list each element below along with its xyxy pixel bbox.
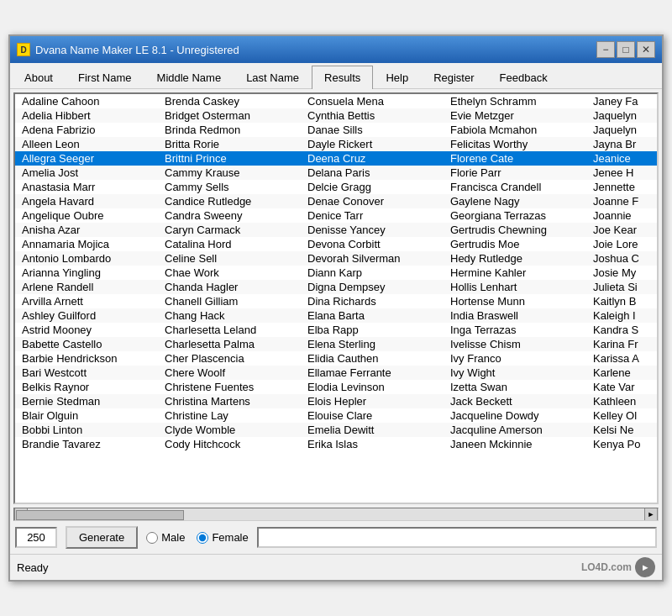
table-row[interactable]: Adaline CahoonBrenda CaskeyConsuela Mena…	[15, 94, 659, 108]
table-cell[interactable]: Elidia Cauthen	[301, 351, 444, 366]
table-cell[interactable]: Brandie Tavarez	[15, 437, 158, 451]
table-cell[interactable]: Josie My	[586, 266, 659, 280]
table-cell[interactable]: Adelia Hibbert	[15, 108, 158, 123]
table-cell[interactable]: Amelia Jost	[15, 166, 158, 180]
table-cell[interactable]: Kelley Ol	[586, 408, 659, 423]
table-cell[interactable]: Bernie Stedman	[15, 394, 158, 408]
table-cell[interactable]: Jenee H	[586, 166, 659, 180]
female-radio[interactable]	[197, 532, 208, 544]
table-cell[interactable]: Karissa A	[586, 351, 659, 366]
scroll-thumb[interactable]	[16, 510, 184, 520]
table-row[interactable]: Barbie HendricksonCher PlascenciaElidia …	[15, 351, 659, 366]
table-cell[interactable]: Delcie Gragg	[301, 180, 444, 194]
table-row[interactable]: Alleen LeonBritta RorieDayle RickertFeli…	[15, 137, 659, 151]
table-cell[interactable]: Kaitlyn B	[586, 294, 659, 308]
table-cell[interactable]: Arvilla Arnett	[15, 294, 158, 308]
table-cell[interactable]: Karlene	[586, 366, 659, 380]
table-row[interactable]: Anastasia MarrCammy SellsDelcie GraggFra…	[15, 180, 659, 194]
table-cell[interactable]: Christene Fuentes	[158, 380, 301, 394]
female-radio-label[interactable]: Female	[197, 531, 248, 544]
table-cell[interactable]: Ethelyn Schramm	[444, 94, 586, 108]
table-cell[interactable]: Annamaria Mojica	[15, 237, 158, 251]
menu-results[interactable]: Results	[312, 66, 373, 89]
table-cell[interactable]: Julieta Si	[586, 280, 659, 294]
table-row[interactable]: Allegra SeegerBrittni PrinceDeena CruzFl…	[15, 151, 659, 166]
scroll-right-button[interactable]: ►	[644, 508, 658, 521]
minimize-button[interactable]: −	[596, 41, 615, 58]
table-row[interactable]: Amelia JostCammy KrauseDelana ParisFlori…	[15, 166, 659, 180]
generate-button[interactable]: Generate	[66, 526, 138, 549]
table-cell[interactable]: Joie Lore	[586, 237, 659, 251]
table-cell[interactable]: Inga Terrazas	[444, 323, 586, 337]
table-cell[interactable]: Erika Islas	[301, 437, 444, 451]
table-cell[interactable]: Denae Conover	[301, 194, 444, 208]
table-row[interactable]: Antonio LombardoCeline SellDevorah Silve…	[15, 251, 659, 266]
table-cell[interactable]: Angelique Oubre	[15, 208, 158, 223]
table-cell[interactable]: Brinda Redmon	[158, 123, 301, 137]
filter-input[interactable]	[257, 527, 657, 548]
table-cell[interactable]: Astrid Mooney	[15, 323, 158, 337]
table-cell[interactable]: Jennette	[586, 180, 659, 194]
table-cell[interactable]: Cynthia Bettis	[301, 108, 444, 123]
table-cell[interactable]: Florie Parr	[444, 166, 586, 180]
table-cell[interactable]: Cher Plascencia	[158, 351, 301, 366]
table-cell[interactable]: Jaquelyn	[586, 123, 659, 137]
table-cell[interactable]: Denisse Yancey	[301, 223, 444, 237]
table-cell[interactable]: Elodia Levinson	[301, 380, 444, 394]
table-cell[interactable]: Janey Fa	[586, 94, 659, 108]
male-radio[interactable]	[146, 532, 158, 544]
table-cell[interactable]: Gaylene Nagy	[444, 194, 586, 208]
table-cell[interactable]: Ivy Wight	[444, 366, 586, 380]
horizontal-scrollbar[interactable]: ◄ ►	[13, 508, 659, 521]
close-button[interactable]: ✕	[637, 41, 655, 58]
table-cell[interactable]: Joannie	[586, 208, 659, 223]
table-cell[interactable]: Catalina Hord	[158, 237, 301, 251]
table-cell[interactable]: Allegra Seeger	[15, 151, 158, 166]
table-cell[interactable]: Chere Woolf	[158, 366, 301, 380]
table-cell[interactable]: Chae Work	[158, 266, 301, 280]
table-cell[interactable]: Babette Castello	[15, 337, 158, 351]
table-cell[interactable]: Hermine Kahler	[444, 266, 586, 280]
table-cell[interactable]: Christina Martens	[158, 394, 301, 408]
table-row[interactable]: Bobbi LintonClyde WombleEmelia DewittJac…	[15, 423, 659, 437]
table-cell[interactable]: Cody Hitchcock	[158, 437, 301, 451]
table-cell[interactable]: Diann Karp	[301, 266, 444, 280]
table-cell[interactable]: Kathleen	[586, 394, 659, 408]
menu-about[interactable]: About	[12, 66, 66, 89]
table-cell[interactable]: Arlene Randell	[15, 280, 158, 294]
table-cell[interactable]: Elena Sterling	[301, 337, 444, 351]
table-cell[interactable]: Gertrudis Chewning	[444, 223, 586, 237]
table-cell[interactable]: Dayle Rickert	[301, 137, 444, 151]
table-cell[interactable]: Hedy Rutledge	[444, 251, 586, 266]
table-row[interactable]: Bernie StedmanChristina MartensElois Hep…	[15, 394, 659, 408]
table-cell[interactable]: Joshua C	[586, 251, 659, 266]
table-cell[interactable]: Deena Cruz	[301, 151, 444, 166]
table-cell[interactable]: Alleen Leon	[15, 137, 158, 151]
menu-last-name[interactable]: Last Name	[234, 66, 312, 89]
table-cell[interactable]: Jeanice	[586, 151, 659, 166]
table-cell[interactable]: Ivy Franco	[444, 351, 586, 366]
table-cell[interactable]: Adena Fabrizio	[15, 123, 158, 137]
table-cell[interactable]: Digna Dempsey	[301, 280, 444, 294]
table-cell[interactable]: Kelsi Ne	[586, 423, 659, 437]
table-cell[interactable]: Evie Metzger	[444, 108, 586, 123]
table-cell[interactable]: Bari Westcott	[15, 366, 158, 380]
table-cell[interactable]: Angela Havard	[15, 194, 158, 208]
table-cell[interactable]: Elba Rapp	[301, 323, 444, 337]
table-row[interactable]: Babette CastelloCharlesetta PalmaElena S…	[15, 337, 659, 351]
table-cell[interactable]: Antonio Lombardo	[15, 251, 158, 266]
results-list[interactable]: Adaline CahoonBrenda CaskeyConsuela Mena…	[13, 92, 659, 504]
table-cell[interactable]: Bridget Osterman	[158, 108, 301, 123]
table-row[interactable]: Astrid MooneyCharlesetta LelandElba Rapp…	[15, 323, 659, 337]
table-cell[interactable]: Barbie Hendrickson	[15, 351, 158, 366]
table-cell[interactable]: Ashley Guilford	[15, 308, 158, 323]
table-cell[interactable]: Charlesetta Palma	[158, 337, 301, 351]
table-cell[interactable]: India Braswell	[444, 308, 586, 323]
table-cell[interactable]: Bobbi Linton	[15, 423, 158, 437]
table-cell[interactable]: Elois Hepler	[301, 394, 444, 408]
table-cell[interactable]: Blair Olguin	[15, 408, 158, 423]
table-cell[interactable]: Hortense Munn	[444, 294, 586, 308]
table-row[interactable]: Angelique OubreCandra SweenyDenice TarrG…	[15, 208, 659, 223]
male-radio-label[interactable]: Male	[146, 531, 185, 544]
table-cell[interactable]: Anisha Azar	[15, 223, 158, 237]
